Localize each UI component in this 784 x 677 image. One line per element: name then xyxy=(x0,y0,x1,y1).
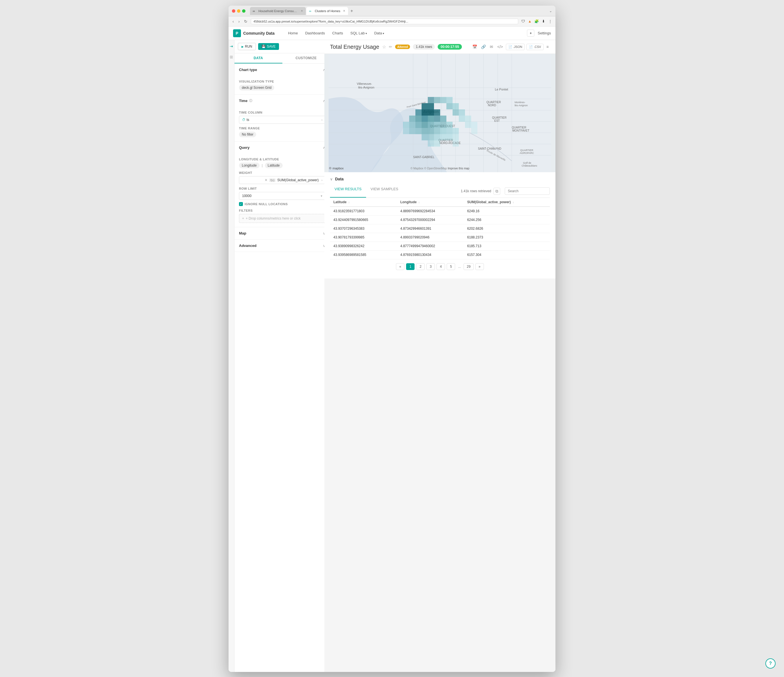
browser-tab-2[interactable]: ∞ Clusters of Homes ✕ xyxy=(306,7,348,15)
page-3-button[interactable]: 3 xyxy=(426,263,435,270)
col-sum-gap[interactable]: SUM(Global_active_power) ↕ xyxy=(464,198,550,207)
col-latitude[interactable]: Latitude ↕ xyxy=(330,198,397,207)
link-button[interactable]: 🔗 xyxy=(480,44,487,50)
svg-text:Le Pontet: Le Pontet xyxy=(495,88,508,91)
page-5-button[interactable]: 5 xyxy=(446,263,455,270)
page-1-button[interactable]: 1 xyxy=(406,263,415,270)
filters-drop-zone[interactable]: + + Drop columns/metrics here or click xyxy=(239,214,325,223)
chart-type-header[interactable]: Chart type ∧ xyxy=(235,64,330,76)
email-button[interactable]: ✉ xyxy=(488,44,494,50)
tab-label-1: Household Energy Consumption (F... xyxy=(258,9,298,13)
forward-button[interactable]: › xyxy=(237,19,241,24)
nav-data[interactable]: Data xyxy=(371,29,387,37)
svg-text:Châteaublanc: Châteaublanc xyxy=(522,164,537,167)
cell-longitude: 4.89933799020946 xyxy=(397,233,464,242)
run-button[interactable]: ▶ RUN xyxy=(238,43,256,50)
nav-dashboards[interactable]: Dashboards xyxy=(302,29,328,37)
edit-icon[interactable]: ✏ xyxy=(389,45,392,49)
calendar-button[interactable]: 📅 xyxy=(471,44,478,50)
map-header[interactable]: Map ∨ xyxy=(235,227,330,239)
mapbox-text: mapbox xyxy=(333,167,344,170)
back-button[interactable]: ‹ xyxy=(231,19,235,24)
new-tab-button[interactable]: + xyxy=(348,8,355,14)
page-2-button[interactable]: 2 xyxy=(416,263,425,270)
menu-icon: ⋮ xyxy=(548,19,553,24)
row-limit-label: ROW LIMIT xyxy=(239,187,325,190)
long-lat-label: LONGITUDE & LATITUDE xyxy=(239,157,325,161)
weight-arrow: › xyxy=(322,179,322,182)
svg-text:lès-Avignon: lès-Avignon xyxy=(515,104,528,107)
minimize-button[interactable] xyxy=(237,9,240,13)
more-options-button[interactable]: ≡ xyxy=(545,44,550,50)
data-collapse-icon[interactable]: ∨ xyxy=(330,177,333,181)
tab-view-results[interactable]: VIEW RESULTS xyxy=(330,185,366,198)
map-section: Map ∨ xyxy=(235,227,330,240)
improve-map-link[interactable]: Improve this map xyxy=(448,167,470,170)
save-button[interactable]: 💾 SAVE xyxy=(258,43,279,50)
arrow-icon[interactable]: ⇥ xyxy=(229,43,234,50)
cell-latitude: 43.9244097991580665 xyxy=(330,216,397,224)
viz-type-value[interactable]: deck.gl Screen Grid xyxy=(239,85,274,90)
time-range-chip[interactable]: No filter xyxy=(239,132,256,137)
query-header[interactable]: Query ∧ xyxy=(235,142,330,154)
tab-list-dropdown[interactable]: ⌄ xyxy=(549,9,552,13)
tab-data[interactable]: DATA xyxy=(235,53,282,64)
nav-sql-lab[interactable]: SQL Lab xyxy=(347,29,370,37)
ignore-null-checkbox[interactable] xyxy=(239,202,243,206)
time-column-select[interactable]: ⏱ts › xyxy=(239,116,325,124)
page-prev-button[interactable]: « xyxy=(396,263,404,270)
svg-rect-76 xyxy=(434,97,440,103)
weight-field[interactable]: ✕ f(x) SUM(Global_active_power) › xyxy=(239,176,325,184)
page-last-button[interactable]: 29 xyxy=(464,263,473,270)
close-button[interactable] xyxy=(232,9,235,13)
latitude-chip[interactable]: Latitude xyxy=(265,163,283,168)
table-row: 43.92440979915806654.8754329700000229462… xyxy=(330,216,550,224)
query-body: LONGITUDE & LATITUDE Longitude | Latitud… xyxy=(235,154,330,227)
svg-text:MONTFAVET: MONTFAVET xyxy=(512,129,529,132)
rows-badge: 1.41k rows xyxy=(413,44,435,50)
grid-icon[interactable]: ⊞ xyxy=(229,54,234,60)
row-limit-select[interactable]: 10000 ▾ xyxy=(239,192,325,200)
time-badge: 00:00:17:55 xyxy=(438,44,462,50)
map-visualization[interactable]: Avignon Villeneuve- lès-Avignon Le Ponte… xyxy=(324,54,555,172)
main-content: ⇥ ⊞ ▶ RUN 💾 SAVE DATA xyxy=(229,40,555,672)
svg-rect-71 xyxy=(453,134,459,140)
url-input[interactable] xyxy=(251,19,518,24)
code-button[interactable]: </> xyxy=(496,44,504,50)
csv-button[interactable]: 📄 .CSV xyxy=(526,44,544,50)
reload-button[interactable]: ↻ xyxy=(243,19,249,24)
star-icon[interactable]: ☆ xyxy=(382,44,386,50)
data-panel-header[interactable]: ∨ Data xyxy=(330,177,550,181)
col-longitude[interactable]: Longitude ↕ xyxy=(397,198,464,207)
page-4-button[interactable]: 4 xyxy=(437,263,445,270)
settings-button[interactable]: Settings xyxy=(538,31,551,35)
advanced-header[interactable]: Advanced ∨ xyxy=(235,240,330,252)
svg-text:Golf de: Golf de xyxy=(523,162,531,164)
copy-button[interactable]: ⧉ xyxy=(493,188,500,195)
json-button[interactable]: 📄 .JSON xyxy=(506,44,525,50)
nav-charts[interactable]: Charts xyxy=(329,29,346,37)
save-label: SAVE xyxy=(267,45,275,48)
page-ellipsis: ... xyxy=(457,263,462,270)
svg-rect-69 xyxy=(440,134,446,140)
help-button[interactable]: ? xyxy=(765,658,776,669)
svg-rect-80 xyxy=(453,103,459,109)
fullscreen-button[interactable] xyxy=(242,9,246,13)
tab-view-samples[interactable]: VIEW SAMPLES xyxy=(366,185,403,198)
longitude-chip[interactable]: Longitude xyxy=(239,163,260,168)
time-header[interactable]: Time ⓘ ∧ xyxy=(235,95,330,107)
browser-tab-bar: ∞ Household Energy Consumption (F... ✕ ∞… xyxy=(250,7,547,15)
title-bar: ∞ Household Energy Consumption (F... ✕ ∞… xyxy=(229,6,555,16)
tab-close-2[interactable]: ✕ xyxy=(343,9,345,12)
search-input[interactable] xyxy=(505,187,550,195)
tab-customize[interactable]: CUSTOMIZE xyxy=(282,53,330,64)
tab-close-1[interactable]: ✕ xyxy=(301,9,303,12)
svg-rect-52 xyxy=(428,122,434,128)
weight-remove-icon[interactable]: ✕ xyxy=(264,178,268,182)
app-logo: P Community Data xyxy=(233,29,274,37)
query-section: Query ∧ LONGITUDE & LATITUDE Longitude |… xyxy=(235,142,330,227)
browser-tab-1[interactable]: ∞ Household Energy Consumption (F... ✕ xyxy=(250,7,306,15)
nav-home[interactable]: Home xyxy=(285,29,301,37)
page-next-button[interactable]: » xyxy=(475,263,484,270)
new-item-button[interactable]: + xyxy=(527,30,534,37)
